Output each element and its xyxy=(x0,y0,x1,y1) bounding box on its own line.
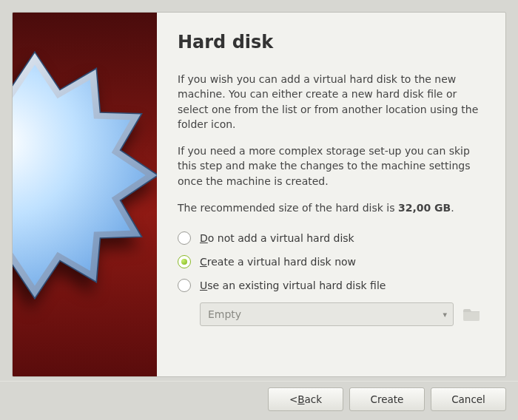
existing-disk-combo[interactable]: Empty ▾ xyxy=(200,302,454,326)
option-existing-disk[interactable]: Use an existing virtual hard disk file xyxy=(178,279,485,292)
button-bar: < Back Create Cancel xyxy=(268,387,506,411)
chevron-down-icon: ▾ xyxy=(443,310,447,319)
browse-folder-button[interactable] xyxy=(460,303,485,325)
description-1: If you wish you can add a virtual hard d… xyxy=(178,72,485,132)
option-no-disk[interactable]: Do not add a virtual hard disk xyxy=(178,231,485,245)
option-create-disk[interactable]: Create a virtual hard disk now xyxy=(178,255,485,268)
gear-icon xyxy=(13,50,157,301)
option-label: Use an existing virtual hard disk file xyxy=(200,280,386,291)
recommended-size: 32,00 GB xyxy=(398,202,451,214)
existing-disk-row: Empty ▾ xyxy=(200,302,485,326)
radio-icon xyxy=(178,255,191,268)
description-2: If you need a more complex storage set-u… xyxy=(178,143,485,189)
wizard-content: Hard disk If you wish you can add a virt… xyxy=(157,13,505,376)
cancel-button[interactable]: Cancel xyxy=(431,387,506,411)
radio-icon xyxy=(178,279,191,292)
combo-value: Empty xyxy=(208,308,241,320)
option-label: Do not add a virtual hard disk xyxy=(200,232,354,244)
option-label: Create a virtual hard disk now xyxy=(200,256,356,268)
folder-icon xyxy=(463,307,481,322)
wizard-panel: Hard disk If you wish you can add a virt… xyxy=(12,12,506,377)
separator xyxy=(0,381,518,382)
description-3: The recommended size of the hard disk is… xyxy=(178,200,485,215)
page-title: Hard disk xyxy=(178,32,485,52)
create-button[interactable]: Create xyxy=(349,387,425,411)
illustration xyxy=(13,13,157,376)
radio-icon xyxy=(178,231,191,245)
back-button[interactable]: < Back xyxy=(268,387,343,411)
